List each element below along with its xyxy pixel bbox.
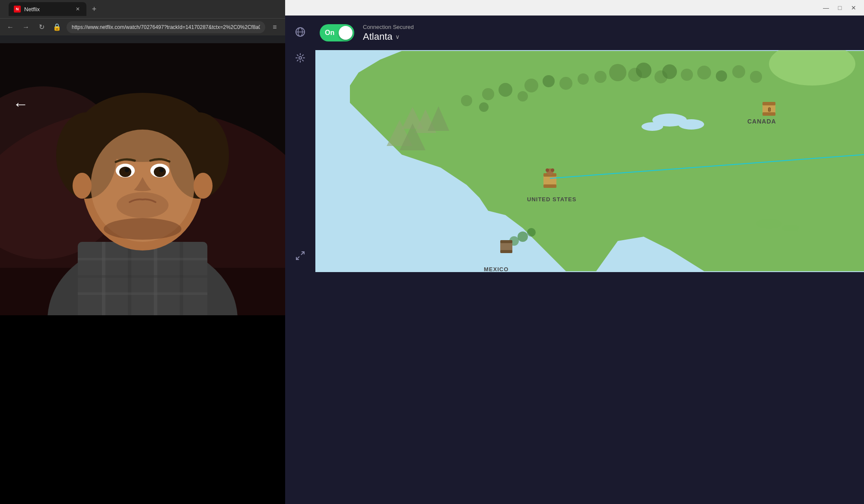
svg-point-27: [194, 173, 213, 199]
vpn-titlebar: — □ ✕: [285, 0, 864, 16]
svg-rect-5: [78, 242, 207, 315]
svg-point-87: [527, 228, 536, 237]
svg-point-80: [578, 73, 589, 85]
browser-menu-button[interactable]: ≡: [269, 21, 281, 33]
sidebar-globe-icon[interactable]: [292, 24, 308, 40]
address-bar: ← → ↻ 🔒 ≡: [0, 18, 285, 35]
map-svg: 🛢 CANADA UNITED STATES MEXICO: [315, 50, 864, 272]
svg-point-73: [697, 66, 711, 79]
svg-point-52: [299, 57, 302, 59]
svg-point-28: [104, 218, 181, 240]
vpn-city-display[interactable]: Atlanta ∨: [363, 31, 414, 42]
toggle-knob: [339, 26, 353, 40]
vpn-header: On Connection Secured Atlanta ∨: [285, 16, 864, 50]
tab-title: Netflix: [24, 6, 40, 13]
back-button[interactable]: ←: [4, 21, 16, 33]
svg-point-89: [756, 219, 782, 229]
svg-point-83: [518, 91, 528, 101]
svg-rect-93: [762, 102, 775, 105]
svg-rect-105: [500, 250, 512, 253]
vpn-map: 🛢 CANADA UNITED STATES MEXICO: [315, 50, 864, 272]
svg-line-53: [301, 252, 304, 255]
svg-point-72: [681, 69, 693, 81]
svg-point-60: [642, 122, 663, 131]
toggle-label: On: [325, 29, 334, 37]
svg-rect-98: [543, 184, 556, 188]
video-frame: ←: [0, 43, 285, 315]
vpn-toggle-section: On Connection Secured Atlanta ∨: [320, 24, 855, 42]
browser-chrome: N Netflix ✕ + ← → ↻ 🔒 ≡: [0, 0, 285, 43]
close-button[interactable]: ✕: [847, 2, 861, 14]
netflix-tab[interactable]: N Netflix ✕: [9, 2, 86, 16]
bottom-panel: [285, 272, 864, 504]
back-arrow-button[interactable]: ←: [13, 95, 29, 113]
refresh-button[interactable]: ↻: [35, 21, 48, 33]
sidebar-expand-icon[interactable]: [292, 248, 308, 263]
svg-point-91: [797, 230, 810, 235]
svg-point-69: [594, 71, 607, 83]
svg-point-24: [159, 168, 164, 172]
svg-point-22: [154, 167, 166, 177]
svg-point-25: [117, 192, 168, 218]
url-input[interactable]: [67, 21, 265, 33]
netflix-favicon: N: [14, 6, 21, 13]
sidebar-settings-icon[interactable]: [292, 50, 308, 66]
svg-point-100: [546, 168, 549, 172]
canada-label: CANADA: [747, 118, 776, 125]
svg-point-76: [750, 71, 762, 83]
svg-rect-104: [500, 240, 512, 243]
tab-bar: N Netflix ✕ +: [0, 0, 285, 18]
lock-icon: 🔒: [51, 21, 63, 33]
mexico-label: MEXICO: [484, 266, 508, 272]
svg-point-82: [499, 83, 512, 97]
forward-button[interactable]: →: [20, 21, 32, 33]
svg-point-71: [662, 64, 677, 79]
new-tab-button[interactable]: +: [88, 3, 100, 15]
svg-point-59: [678, 119, 704, 130]
svg-point-84: [461, 95, 472, 106]
svg-rect-94: [762, 112, 775, 116]
svg-point-23: [125, 168, 129, 172]
video-scene: [0, 43, 285, 315]
svg-point-81: [482, 88, 494, 100]
tab-close-button[interactable]: ✕: [74, 6, 81, 13]
svg-point-101: [551, 168, 554, 172]
svg-text:🛢: 🛢: [767, 107, 772, 112]
vpn-secured-text: Connection Secured: [363, 24, 414, 30]
svg-point-66: [609, 64, 626, 81]
svg-point-74: [716, 70, 727, 82]
vpn-toggle[interactable]: On: [320, 24, 354, 41]
svg-point-26: [73, 173, 92, 199]
vpn-location: Connection Secured Atlanta ∨: [363, 24, 414, 42]
svg-point-21: [119, 167, 131, 177]
maximize-button[interactable]: □: [833, 2, 847, 14]
minimize-button[interactable]: —: [819, 2, 833, 14]
svg-point-79: [559, 77, 572, 90]
svg-line-54: [296, 257, 299, 260]
vpn-sidebar: [285, 16, 315, 272]
vpn-city-name: Atlanta: [363, 31, 393, 42]
video-lower-area: [0, 315, 285, 504]
svg-point-78: [543, 75, 555, 87]
video-background: [0, 43, 285, 315]
svg-point-68: [636, 63, 651, 78]
svg-point-90: [782, 225, 799, 231]
svg-point-75: [732, 65, 745, 78]
city-chevron-icon: ∨: [395, 33, 400, 40]
us-label: UNITED STATES: [527, 196, 576, 203]
svg-point-86: [518, 231, 528, 242]
svg-point-77: [524, 79, 538, 92]
vpn-panel: — □ ✕ On Connection Secured Atlanta ∨: [285, 0, 864, 272]
svg-point-85: [479, 102, 489, 112]
